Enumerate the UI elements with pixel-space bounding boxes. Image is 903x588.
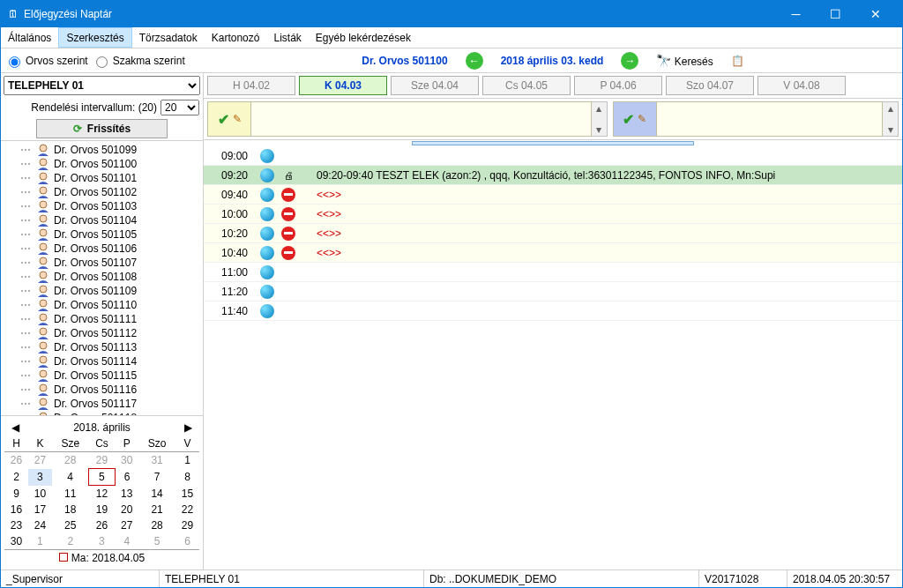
- doctor-list-item[interactable]: ⋯Dr. Orvos 501108: [19, 270, 201, 284]
- timeslot-row[interactable]: 11:20: [204, 282, 902, 301]
- next-day-button[interactable]: →: [621, 52, 638, 70]
- cal-prev-button[interactable]: ◀: [11, 421, 19, 434]
- cal-day[interactable]: 26: [89, 517, 116, 533]
- refresh-button[interactable]: ⟳ Frissítés: [36, 119, 168, 138]
- cal-day[interactable]: 28: [52, 452, 89, 469]
- doctor-list-item[interactable]: ⋯Dr. Orvos 501109: [19, 284, 201, 298]
- doctor-list-item[interactable]: ⋯Dr. Orvos 501115: [19, 368, 201, 383]
- timeslot-row[interactable]: 10:40<<>>: [204, 243, 902, 263]
- timeslot-row[interactable]: 09:00: [204, 146, 902, 166]
- cal-day[interactable]: 6: [175, 533, 199, 549]
- cal-day[interactable]: 16: [4, 502, 28, 517]
- cal-next-button[interactable]: ▶: [184, 421, 192, 434]
- doctor-list-item[interactable]: ⋯Dr. Orvos 501117: [19, 397, 201, 411]
- menu-általános[interactable]: Általános: [1, 27, 58, 48]
- cal-day[interactable]: 2: [52, 533, 89, 549]
- search-group[interactable]: 🔭 Keresés: [656, 54, 713, 68]
- doctor-list-item[interactable]: ⋯Dr. Orvos 501104: [19, 213, 201, 227]
- note-tools-a[interactable]: ✔✎: [207, 101, 251, 137]
- cal-day[interactable]: 15: [175, 486, 199, 502]
- cal-day[interactable]: 18: [52, 502, 89, 517]
- doctor-list-item[interactable]: ⋯Dr. Orvos 501105: [19, 227, 201, 242]
- prev-day-button[interactable]: ←: [466, 52, 483, 70]
- cal-day[interactable]: 7: [138, 469, 175, 486]
- cal-day[interactable]: 5: [138, 533, 175, 549]
- cal-day[interactable]: 30: [4, 533, 28, 549]
- settings-icon[interactable]: 📋: [731, 55, 744, 67]
- cal-day[interactable]: 12: [89, 486, 116, 502]
- cal-day[interactable]: 23: [4, 517, 28, 533]
- maximize-button[interactable]: ☐: [816, 1, 855, 27]
- cal-day[interactable]: 17: [28, 502, 52, 517]
- cal-day[interactable]: 1: [175, 452, 199, 469]
- day-tab[interactable]: V 04.08: [757, 76, 846, 95]
- menu-listák[interactable]: Listák: [266, 27, 308, 48]
- doctor-list-item[interactable]: ⋯Dr. Orvos 501103: [19, 199, 201, 213]
- cal-day[interactable]: 5: [89, 469, 116, 486]
- doctor-list-item[interactable]: ⋯Dr. Orvos 501112: [19, 326, 201, 340]
- cal-day[interactable]: 29: [175, 517, 199, 533]
- minimize-button[interactable]: ─: [776, 1, 816, 27]
- day-tab[interactable]: Szo 04.07: [666, 76, 754, 95]
- note-text-a[interactable]: [251, 101, 592, 137]
- cal-day[interactable]: 30: [115, 452, 138, 469]
- doctor-list-item[interactable]: ⋯Dr. Orvos 501099: [19, 143, 201, 157]
- doctor-list-item[interactable]: ⋯Dr. Orvos 501107: [19, 256, 201, 270]
- cal-day[interactable]: 22: [175, 502, 199, 517]
- cal-day[interactable]: 25: [52, 517, 89, 533]
- splitter[interactable]: [204, 140, 902, 146]
- site-select[interactable]: TELEPHELY 01: [4, 76, 200, 95]
- day-tab[interactable]: K 04.03: [299, 76, 387, 95]
- doctor-list-item[interactable]: ⋯Dr. Orvos 501113: [19, 340, 201, 354]
- cal-day[interactable]: 6: [115, 469, 138, 486]
- mini-calendar[interactable]: ◀ 2018. április ▶ HKSzeCsPSzoV2627282930…: [1, 415, 203, 569]
- cal-day[interactable]: 13: [115, 486, 138, 502]
- doctor-list-item[interactable]: ⋯Dr. Orvos 501116: [19, 383, 201, 397]
- timeslot-row[interactable]: 11:00: [204, 263, 902, 282]
- day-tab[interactable]: H 04.02: [207, 76, 295, 95]
- doctor-list-item[interactable]: ⋯Dr. Orvos 501102: [19, 185, 201, 199]
- scrollbar[interactable]: ▴▾: [883, 101, 899, 137]
- cal-day[interactable]: 28: [138, 517, 175, 533]
- doctor-list-item[interactable]: ⋯Dr. Orvos 501110: [19, 298, 201, 312]
- doctor-list[interactable]: ⋯Dr. Orvos 501099⋯Dr. Orvos 501100⋯Dr. O…: [1, 140, 203, 415]
- day-tab[interactable]: P 04.06: [574, 76, 662, 95]
- cal-day[interactable]: 31: [138, 452, 175, 469]
- cal-day[interactable]: 20: [115, 502, 138, 517]
- doctor-list-item[interactable]: ⋯Dr. Orvos 501101: [19, 171, 201, 185]
- cal-day[interactable]: 19: [89, 502, 116, 517]
- timeslot-row[interactable]: 11:40: [204, 301, 902, 321]
- close-button[interactable]: ✕: [855, 1, 895, 27]
- cal-day[interactable]: 10: [28, 486, 52, 502]
- doctor-list-item[interactable]: ⋯Dr. Orvos 501114: [19, 354, 201, 368]
- radio-orvos[interactable]: Orvos szerint: [4, 54, 88, 68]
- menu-egyéb lekérdezések[interactable]: Egyéb lekérdezések: [309, 27, 418, 48]
- cal-day[interactable]: 9: [4, 486, 28, 502]
- cal-day[interactable]: 4: [115, 533, 138, 549]
- cal-day[interactable]: 8: [175, 469, 199, 486]
- doctor-list-item[interactable]: ⋯Dr. Orvos 501100: [19, 157, 201, 171]
- cal-day[interactable]: 26: [4, 452, 28, 469]
- timeslot-row[interactable]: 09:20🖨09:20-09:40 TESZT ELEK (azon:2) , …: [204, 166, 902, 185]
- day-tab[interactable]: Cs 04.05: [482, 76, 571, 95]
- timeslot-row[interactable]: 10:00<<>>: [204, 205, 902, 224]
- menu-törzsadatok[interactable]: Törzsadatok: [132, 27, 205, 48]
- cal-day[interactable]: 14: [138, 486, 175, 502]
- cal-day[interactable]: 3: [28, 469, 52, 486]
- day-tab[interactable]: Sze 04.04: [391, 76, 479, 95]
- cal-day[interactable]: 21: [138, 502, 175, 517]
- timeslot-row[interactable]: 10:20<<>>: [204, 224, 902, 243]
- cal-day[interactable]: 1: [28, 533, 52, 549]
- cal-day[interactable]: 27: [28, 452, 52, 469]
- note-tools-b[interactable]: ✔✎: [613, 101, 657, 137]
- cal-today-label[interactable]: Ma: 2018.04.05: [71, 552, 145, 564]
- doctor-list-item[interactable]: ⋯Dr. Orvos 501106: [19, 242, 201, 256]
- cal-day[interactable]: 3: [89, 533, 116, 549]
- cal-day[interactable]: 4: [52, 469, 89, 486]
- cal-day[interactable]: 2: [4, 469, 28, 486]
- cal-day[interactable]: 11: [52, 486, 89, 502]
- cal-day[interactable]: 29: [89, 452, 116, 469]
- menu-kartonozó[interactable]: Kartonozó: [205, 27, 267, 48]
- cal-day[interactable]: 27: [115, 517, 138, 533]
- cal-day[interactable]: 24: [28, 517, 52, 533]
